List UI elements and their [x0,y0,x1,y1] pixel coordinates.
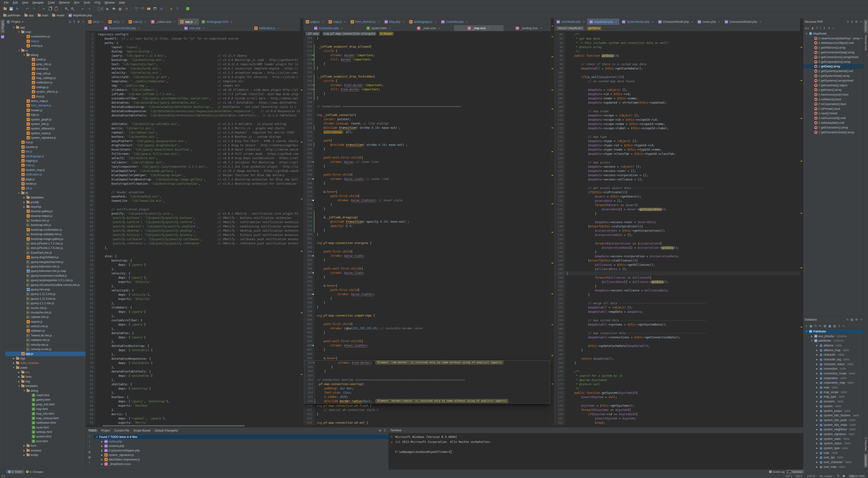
project-tree-row[interactable]: JSsystem_info.js [5,122,86,126]
rollback-icon[interactable]: ↺ [158,6,164,11]
structure-tree-row[interactable]: mgetCharactersData():array [803,130,864,135]
close-tab-icon[interactable]: × [403,21,404,23]
readonly-lock-icon[interactable] [837,475,839,477]
todo-tree-row[interactable]: ▶phpschema.php [93,444,388,448]
close-tab-icon[interactable]: × [102,21,103,23]
redo-icon[interactable]: ↷ [31,6,36,11]
database-tree-row[interactable]: ▶▦corporation_map: table [803,381,864,385]
tool-button-remote-host[interactable]: Remote Host [864,34,868,52]
breadcrumb-item[interactable]: app [24,14,34,17]
editor-left[interactable]: 1requirejs.config({2 baseUrl: 'js', // u… [86,31,303,426]
tab-_landing.scss[interactable]: S_landing.scss× [504,25,554,31]
project-tree-row[interactable]: JSinit.js [5,149,86,154]
project-tree-row[interactable]: 5jump_info.html [5,402,86,407]
editor-middle[interactable]: 334}335336._jsPlumb_endpoint_drop_allowe… [303,36,554,426]
project-tree-row[interactable]: 5map.html [5,407,86,411]
close-tab-icon[interactable]: × [691,21,693,23]
todo-scope-project[interactable]: Project [101,429,110,432]
project-tree-row[interactable]: ▼dialog [5,53,86,57]
project-tree-row[interactable]: ▼templates [5,384,86,388]
tree-expander-icon[interactable]: ▶ [815,456,818,458]
error-stripe-mark[interactable] [552,232,553,232]
database-tree-row[interactable]: ▶▦system_static: table [803,437,864,441]
cut-icon[interactable]: ✂ [41,6,46,11]
next-icon[interactable]: ↓ [88,440,91,443]
hide-icon[interactable]: ⊣ [860,318,862,321]
error-stripe-mark[interactable] [552,203,553,204]
tree-expander-icon[interactable]: ▼ [805,330,808,333]
tree-expander-icon[interactable]: ▶ [815,405,818,407]
tab-UserModel.php[interactable]: phpUserModel.php× [554,19,587,25]
deploy-icon[interactable] [185,6,190,11]
close-tab-icon[interactable]: × [615,21,617,23]
database-tree-row[interactable]: ▶▦character: table [803,352,864,357]
project-tree-row[interactable]: 5settings.html [5,429,86,434]
project-tree-row[interactable]: ▶requirejs [5,204,86,209]
autoscroll-icon[interactable]: ◉ [88,450,91,454]
menu-tools[interactable]: Tools [81,0,92,5]
todo-scope-scope-based[interactable]: Scope Based [133,429,150,432]
error-stripe-middle[interactable] [551,19,554,427]
error-stripe-mark[interactable] [801,161,802,161]
error-stripe-mark[interactable] [801,118,802,119]
project-tree-row[interactable]: JSdom.jsPlumb-1.7.5-min.js [5,246,86,250]
tool-button-9-changes[interactable]: 9: Changes [24,470,45,474]
menu-navigate[interactable]: Navigate [30,0,46,5]
open-folder-icon[interactable] [2,6,8,11]
project-tree-row[interactable]: JSsettings.js [5,85,86,89]
database-tree-row[interactable]: ▶▦system_neighbour: table [803,427,864,432]
structure-tree-row[interactable]: mgetSystems():array|mixed [803,78,864,83]
close-tab-icon[interactable]: × [466,21,467,23]
breadcrumb-chip[interactable]: getData [587,26,601,30]
project-tree-row[interactable]: ▼ui [5,48,86,53]
close-tab-icon[interactable]: × [760,21,761,23]
tree-expander-icon[interactable]: ▼ [12,367,15,369]
preview-icon[interactable]: ↧ [383,429,386,432]
tab-CharacterModel.php[interactable]: phpCharacterModel.php× [656,19,695,25]
debug-icon[interactable] [111,6,117,11]
tree-expander-icon[interactable]: ▶ [815,372,818,375]
tree-expander-icon[interactable]: ▶ [815,377,818,379]
database-tree-row[interactable]: ▶▦system_kills_factions: table [803,413,864,418]
tab-util.js[interactable]: JSutil.js× [106,19,126,25]
tree-expander-icon[interactable]: ▶ [101,458,103,461]
duplicate-icon[interactable]: ▣ [810,324,812,328]
tree-expander-icon[interactable]: ▶ [815,349,818,351]
project-tree-row[interactable]: JSoverlay.js [5,44,86,48]
console-icon[interactable]: ▤ [850,318,853,321]
database-tree-row[interactable]: ▼DBPathfinder [803,329,864,334]
project-tree-row[interactable]: JSslidebars.js [5,329,86,333]
close-tab-icon[interactable]: × [435,21,436,23]
tree-expander-icon[interactable]: ▶ [815,395,818,398]
structure-tree-row[interactable]: mgetSystem(systemId):null [803,69,864,73]
tree-expander-icon[interactable]: ▶ [815,400,818,403]
close-tab-icon[interactable]: × [438,27,440,30]
error-stripe-mark[interactable] [801,267,802,268]
database-tree-row[interactable]: ▶▦connection_scope: table [803,371,864,376]
tree-expander-icon[interactable]: ▼ [95,436,98,438]
project-tree-row[interactable]: JSbootstrap-image-gallery.js [5,236,86,241]
project-tree-row[interactable]: 5system.html [5,434,86,439]
project-tree-row[interactable]: JSjquery-1.11.2.min.js [5,292,86,296]
project-tree-row[interactable]: JStrust.js [5,94,86,99]
previous-icon[interactable]: ↑ [88,435,91,438]
tab-form_element.js[interactable]: JSform_element.js× [348,19,382,25]
tab-Map.php[interactable]: phpMap.php× [382,19,407,25]
tab-Connection.php[interactable]: phpConnection.php× [303,25,353,31]
project-tree-row[interactable]: ▶img [5,379,86,384]
database-tree-row[interactable]: ▶▦character_log: table [803,357,864,362]
project-tree-row[interactable]: JSdemo_map.js [5,99,86,103]
menu-edit[interactable]: Edit [11,0,20,5]
vcs-commit-icon[interactable]: VCS↑ [140,6,145,11]
project-tree-row[interactable]: JSform_element.js [5,103,86,108]
structure-tree-row[interactable]: mgetCharacters():array [803,125,864,130]
tree-expander-icon[interactable]: ▶ [23,449,26,452]
tree-expander-icon[interactable]: ▶ [815,358,818,361]
php-tool-icon[interactable]: php [1,35,4,38]
project-tree-row[interactable]: JSTweenLite.min.js [5,333,86,338]
menu-view[interactable]: View [20,0,30,5]
error-stripe-mark[interactable] [552,324,553,325]
project-tree-row[interactable]: JSsystem_effects.js [5,89,86,94]
tree-expander-icon[interactable]: ▶ [815,344,818,347]
collapse-all-icon[interactable]: ↥ [851,20,853,24]
